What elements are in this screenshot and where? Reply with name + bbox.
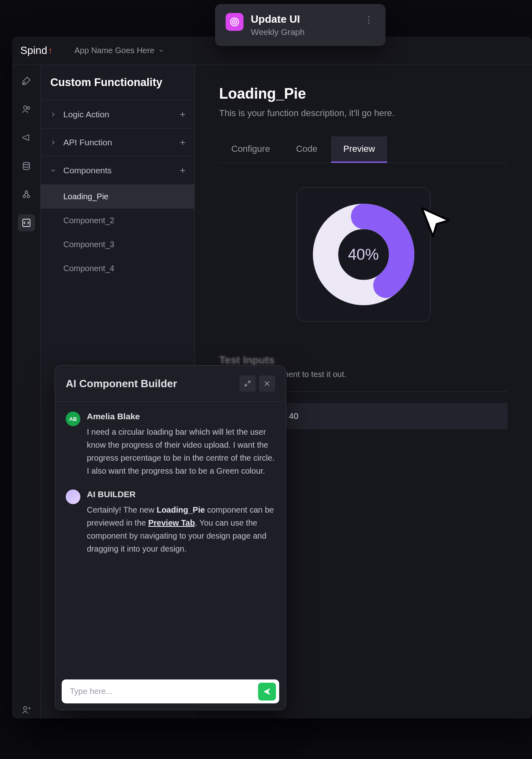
svg-point-2 [234,22,235,22]
pie-percent-label: 40% [348,246,379,263]
chevron-right-icon [50,139,57,146]
tree-sub-component-3[interactable]: Component_3 [41,233,194,257]
rail-announce-icon[interactable] [18,129,35,146]
progress-pie: 40% [313,204,414,305]
add-icon[interactable]: + [180,109,185,120]
svg-point-4 [27,107,30,109]
avatar [66,489,80,504]
tab-code[interactable]: Code [284,136,330,163]
svg-point-6 [23,195,26,198]
message-text: I need a circular loading bar which will… [87,425,275,477]
ai-input-row [55,673,286,710]
svg-point-5 [23,162,30,165]
send-button[interactable] [258,683,276,701]
tree-sub-component-2[interactable]: Component_2 [41,209,194,233]
rail-database-icon[interactable] [18,157,35,175]
rail-users-icon[interactable] [18,101,35,118]
target-icon [226,13,243,31]
brand-logo[interactable]: Spind↑ [20,44,53,57]
ai-component-builder-panel: AI Component Builder AB Amelia Blake I n… [55,365,286,710]
tree-sub-loading-pie[interactable]: Loading_Pie [41,185,194,209]
update-ui-card[interactable]: Update UI Weekly Graph ⋮ [215,4,386,46]
message-author: Amelia Blake [87,412,275,421]
message-bot: AI BUILDER Certainly! The new Loading_Pi… [66,489,275,555]
add-icon[interactable]: + [180,137,185,148]
tree-item-components[interactable]: Components + [41,157,194,185]
chevron-down-icon [50,167,57,174]
rail-design-icon[interactable] [18,72,35,89]
float-card-title: Update UI [251,13,355,26]
rail-webhook-icon[interactable] [18,186,35,203]
number-input[interactable] [280,403,508,429]
tree-item-logic-action[interactable]: Logic Action + [41,101,194,129]
preview-tab-link[interactable]: Preview Tab [148,518,195,527]
cursor-icon [417,203,454,240]
ai-prompt-input[interactable] [70,679,258,703]
page-description: This is your function description, it'll… [219,108,508,119]
ai-messages: AB Amelia Blake I need a circular loadin… [55,402,286,673]
chevron-right-icon [50,111,57,118]
tab-preview[interactable]: Preview [331,136,387,163]
sidebar-title: Custom Functionality [41,65,194,101]
preview-area: 40% [219,163,508,346]
app-name-selector[interactable]: App Name Goes Here [69,43,170,58]
svg-point-10 [24,707,27,710]
more-icon[interactable]: ⋮ [363,13,375,27]
preview-card[interactable]: 40% [297,188,431,321]
float-card-subtitle: Weekly Graph [251,27,355,37]
tabs: Configure Code Preview [219,136,508,163]
avatar: AB [66,412,80,426]
tree-item-api-function[interactable]: API Function + [41,129,194,157]
svg-point-3 [24,106,27,109]
message-text: Certainly! The new Loading_Pie component… [87,503,275,555]
close-icon[interactable] [259,375,275,392]
message-user: AB Amelia Blake I need a circular loadin… [66,412,275,477]
add-icon[interactable]: + [180,165,185,176]
tab-configure[interactable]: Configure [219,136,282,163]
ai-panel-header: AI Component Builder [55,366,286,402]
page-title: Loading_Pie [219,85,508,102]
rail-code-icon[interactable] [18,214,35,231]
expand-icon[interactable] [239,375,256,392]
message-author: AI BUILDER [87,489,275,499]
ai-panel-title: AI Component Builder [66,377,236,390]
nav-rail [12,65,41,718]
logo-accent-icon: ↑ [48,45,53,56]
test-inputs-title: Test Inputs [219,354,508,367]
chevron-down-icon [158,48,164,54]
rail-team-icon[interactable] [18,701,35,718]
svg-point-7 [27,195,30,198]
tree-sub-component-4[interactable]: Component_4 [41,257,194,280]
